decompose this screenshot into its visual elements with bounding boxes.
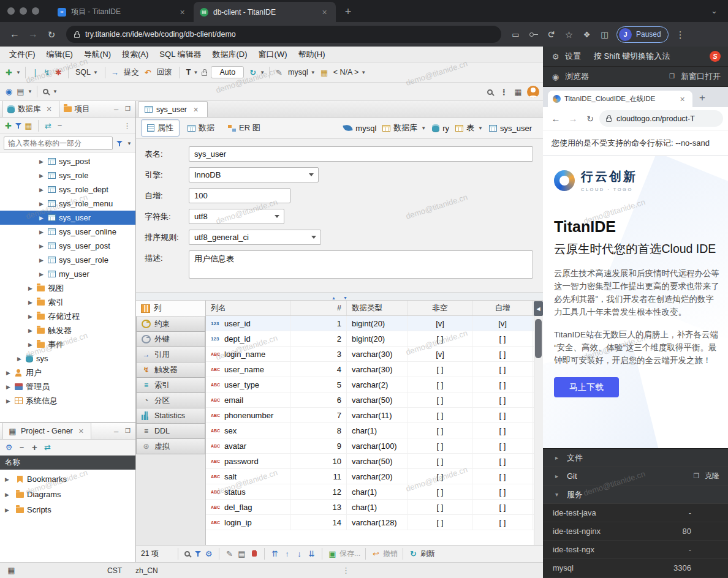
close-tab-icon[interactable]: [177, 7, 188, 18]
breadcrumb-table-group[interactable]: 表 ▼: [455, 122, 483, 133]
next-row-icon[interactable]: [294, 549, 305, 560]
refresh-button[interactable]: 刷新: [420, 549, 435, 559]
expand-arrow-icon[interactable]: [6, 384, 14, 390]
perspective-icon[interactable]: [513, 86, 523, 97]
navigator-icon[interactable]: [4, 86, 14, 97]
forward-button[interactable]: [25, 26, 42, 43]
tab-search-icon[interactable]: [709, 5, 719, 16]
table-filter-input[interactable]: [4, 137, 113, 150]
column-autoinc-checkbox[interactable]: [ ]: [472, 408, 533, 422]
expand-arrow-icon[interactable]: [39, 173, 47, 179]
close-icon[interactable]: [76, 426, 86, 437]
tree-item[interactable]: sys_user_online: [0, 225, 135, 239]
tree-item[interactable]: 管理员: [0, 380, 135, 394]
user-avatar[interactable]: [527, 86, 539, 98]
minimize-panel-icon[interactable]: [111, 426, 121, 437]
column-autoinc-checkbox[interactable]: [ ]: [472, 454, 533, 468]
close-icon[interactable]: [191, 104, 201, 115]
refresh-icon[interactable]: [408, 549, 419, 560]
project-tree-item[interactable]: Scripts: [0, 502, 135, 517]
column-notnull-checkbox[interactable]: [ ]: [408, 515, 472, 530]
tree-item[interactable]: 触发器: [0, 323, 135, 337]
forward-button[interactable]: [565, 111, 581, 127]
column-notnull-checkbox[interactable]: [ ]: [408, 454, 472, 468]
commit-button[interactable]: 提交: [121, 67, 142, 78]
collapse-icon[interactable]: [17, 442, 27, 453]
table-row[interactable]: phonenumber 7 varchar(11) [ ] [ ]: [206, 408, 543, 423]
sql-editor-button[interactable]: SQL▼: [73, 68, 100, 77]
tree-item[interactable]: 系统信息: [0, 394, 135, 408]
table-row[interactable]: dept_id 2 bigint(20) [ ] [ ]: [206, 331, 543, 347]
minimize-window-button[interactable]: [20, 7, 27, 15]
description-input[interactable]: 用户信息表: [189, 250, 533, 279]
column-notnull-checkbox[interactable]: [ ]: [408, 331, 472, 346]
new-tab-button[interactable]: [695, 91, 710, 105]
transaction-mode-button[interactable]: T▼: [184, 68, 201, 77]
detail-nav-item[interactable]: 外键: [136, 332, 205, 347]
tree-item[interactable]: 视图: [0, 281, 135, 295]
table-row[interactable]: email 6 varchar(50) [ ] [ ]: [206, 392, 543, 408]
lock-icon[interactable]: [202, 72, 207, 76]
search-icon[interactable]: [184, 551, 190, 557]
back-button[interactable]: [548, 111, 564, 127]
schema-select[interactable]: < N/A >▼: [331, 68, 369, 77]
expand-arrow-icon[interactable]: [5, 476, 13, 482]
edit-cell-icon[interactable]: [224, 549, 235, 560]
menu-item[interactable]: 帮助(H): [292, 49, 330, 60]
table-row[interactable]: login_name 3 varchar(30) [v] [ ]: [206, 347, 543, 362]
expand-arrow-icon[interactable]: [39, 271, 47, 277]
table-name-input[interactable]: [189, 146, 533, 162]
browser-label[interactable]: 浏览器: [565, 71, 589, 82]
search-icon[interactable]: [43, 89, 48, 94]
breadcrumb-connection[interactable]: mysql: [343, 124, 376, 133]
previous-row-icon[interactable]: [282, 549, 292, 560]
tree-item[interactable]: sys_user_post: [0, 239, 135, 253]
reload-button[interactable]: [582, 111, 598, 127]
filter-icon[interactable]: [15, 122, 22, 129]
column-notnull-checkbox[interactable]: [v]: [408, 316, 472, 331]
grid-view-icon[interactable]: [237, 549, 247, 560]
collation-select[interactable]: utf8_general_ci: [189, 230, 321, 245]
column-notnull-checkbox[interactable]: [ ]: [408, 469, 472, 484]
commit-icon[interactable]: [110, 67, 120, 78]
key-icon[interactable]: [525, 26, 542, 43]
column-autoinc-checkbox[interactable]: [ ]: [472, 362, 533, 377]
service-row[interactable]: ide-test-ngx -: [543, 541, 728, 559]
tree-item[interactable]: sys_user_role: [0, 253, 135, 267]
column-header-name[interactable]: 列名: [206, 301, 290, 315]
embedded-browser-tab[interactable]: TitanIDE_CloudIDE_在线IDE: [548, 91, 692, 107]
table-row[interactable]: salt 11 varchar(20) [ ] [ ]: [206, 469, 543, 484]
last-row-icon[interactable]: [306, 549, 317, 560]
breadcrumb-table[interactable]: sys_user: [489, 124, 532, 133]
service-row[interactable]: ide-test-nginx 80: [543, 522, 728, 541]
column-notnull-checkbox[interactable]: [ ]: [408, 362, 472, 377]
tree-item[interactable]: sys_role_menu: [0, 197, 135, 211]
detail-nav-item[interactable]: 索引: [136, 378, 205, 393]
maximize-window-button[interactable]: [32, 7, 39, 15]
service-row[interactable]: ide-test-java -: [543, 504, 728, 522]
detail-nav-item[interactable]: 触发器: [136, 362, 205, 378]
column-header-num[interactable]: #: [290, 301, 347, 315]
breadcrumb-database[interactable]: 数据库 ▼: [382, 122, 426, 133]
column-autoinc-checkbox[interactable]: [v]: [472, 316, 533, 331]
status-menu-icon[interactable]: [341, 565, 351, 576]
tree-item[interactable]: 用户: [0, 366, 135, 380]
column-header-type[interactable]: 数据类型: [347, 301, 408, 315]
table-row[interactable]: user_name 4 varchar(30) [ ] [ ]: [206, 362, 543, 377]
address-bar[interactable]: try.titanide.cn/ide/web/coding/db-client…: [66, 26, 501, 43]
expand-arrow-icon[interactable]: [39, 187, 47, 193]
expand-arrow-icon[interactable]: [39, 201, 47, 207]
embedded-address-bar[interactable]: cloudtogo.cn/product-T: [599, 110, 723, 127]
column-notnull-checkbox[interactable]: [ ]: [408, 408, 472, 422]
menu-item[interactable]: 文件(F): [4, 49, 41, 60]
connection-select[interactable]: mysql▼: [286, 68, 318, 77]
delete-row-icon[interactable]: [249, 549, 259, 560]
tree-item[interactable]: 存储过程: [0, 309, 135, 323]
settings-icon[interactable]: [203, 549, 214, 560]
collapse-all-icon[interactable]: [55, 120, 65, 131]
window-controls[interactable]: [7, 0, 51, 22]
chevron-down-icon[interactable]: ▼: [28, 89, 32, 94]
save-icon[interactable]: [327, 549, 338, 560]
menu-item[interactable]: 导航(N): [78, 49, 116, 60]
connection-icon[interactable]: [30, 67, 40, 78]
